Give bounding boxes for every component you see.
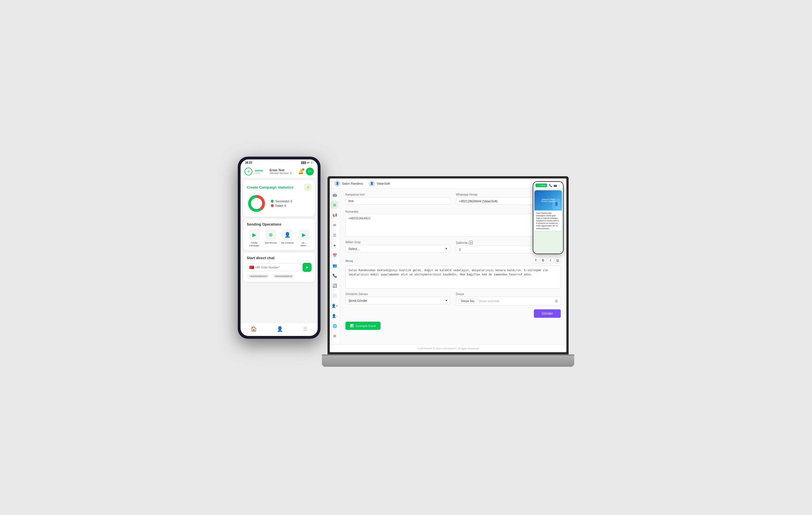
- nav-menu[interactable]: ☰: [303, 326, 308, 332]
- sidebar-icon-refresh[interactable]: 🔄: [331, 281, 339, 290]
- notification-count: 1: [303, 169, 304, 170]
- dosya-label: Dosya: [456, 293, 561, 296]
- member-number: Member Number: 3: [270, 172, 292, 175]
- sablonlar-label: Şablonlar: [456, 241, 468, 244]
- sidebar-icon-robot[interactable]: 🤖: [331, 191, 339, 199]
- sidebar-icon-grid[interactable]: ⊞: [331, 201, 339, 209]
- online-label: online: [540, 184, 546, 187]
- toolbar-btn-b[interactable]: B: [540, 257, 546, 263]
- toolbar-btn-t[interactable]: T: [533, 257, 539, 263]
- laptop-screen: 👤 Salon Randevu 👤 VatanSoft Turkish: [330, 179, 567, 352]
- sidebar-icon-file[interactable]: 📄: [331, 292, 339, 300]
- sidebar-icon-menu[interactable]: ☰: [331, 231, 339, 239]
- send-message-label: Se...Mess...: [300, 242, 308, 247]
- legend-failed: Failed: 0: [271, 204, 292, 207]
- donut-svg: [247, 193, 266, 213]
- wifi-icon: wifi: [306, 161, 310, 164]
- flag-input-wrap: 🇹🇷 +90: [247, 263, 301, 271]
- battery-icon: 🔋: [310, 161, 313, 164]
- sidebar-icon-person-add[interactable]: 👤+: [331, 302, 339, 310]
- dosya-placeholder: Dosya seçilmedi: [478, 300, 499, 303]
- call-icon[interactable]: 📞: [549, 184, 552, 187]
- preview-back-btn[interactable]: ← online: [535, 184, 547, 187]
- campaign-name-input[interactable]: [345, 197, 450, 205]
- webapp-nav-tabs: 👤 Salon Randevu 👤 VatanSoft: [334, 180, 390, 187]
- sablonlar-add-icon[interactable]: +: [469, 241, 473, 245]
- phone-number-input[interactable]: [261, 266, 298, 269]
- webapp-layout: 🤖 ⊞ 📢 ✉ ☰ ➤ 📅 👥 📞 🔄 📄 👤+: [330, 188, 567, 345]
- sidebar-icon-sphere[interactable]: 🌐: [331, 322, 339, 330]
- iletilen-grup-select[interactable]: Select... ▾: [345, 245, 450, 252]
- user-avatar[interactable]: ET: [306, 168, 314, 175]
- sending-item-create[interactable]: ▶ CreateCampaign: [247, 229, 262, 247]
- sidebar-icon-send[interactable]: ➤: [331, 241, 339, 249]
- toolbar-btn-u[interactable]: U: [555, 257, 561, 263]
- notification-dot: 1: [302, 169, 304, 171]
- status-icons: ▐▐▐ wifi 🔋: [300, 161, 313, 164]
- tab-avatar-vatan: 👤: [369, 180, 375, 187]
- sidebar-icon-speaker[interactable]: 📢: [331, 211, 339, 219]
- mesaj-textarea[interactable]: Salon Randevudan beklediğiniz özellik ge…: [349, 268, 558, 285]
- nav-home[interactable]: 🏠: [251, 326, 257, 332]
- mesaj-wrap: Salon Randevudan beklediğiniz özellik ge…: [345, 266, 561, 289]
- sidebar-icon-person-remove[interactable]: 👤-: [331, 312, 339, 320]
- create-campaign-label: CreateCampaign: [249, 242, 259, 247]
- tab-salon-randevu[interactable]: 👤 Salon Randevu: [334, 180, 363, 187]
- sidebar-icon-phone[interactable]: 📞: [331, 272, 339, 279]
- preview-msg-text: Salon Randevudan beklediğiniz özellik ge…: [536, 212, 559, 230]
- video-icon[interactable]: 📷: [553, 184, 557, 187]
- add-record-icon-wrap: ⊕: [265, 229, 277, 240]
- send-direct-button[interactable]: ➤: [302, 263, 312, 272]
- failed-label: Failed: 0: [276, 204, 286, 207]
- saved-number-1[interactable]: +905553664023: [247, 274, 269, 278]
- gonder-button[interactable]: Gönder: [534, 309, 561, 318]
- sending-item-send[interactable]: ▶ Se...Mess...: [297, 229, 312, 247]
- stats-body: Successful: 0 Failed: 0: [247, 193, 312, 213]
- status-time: 16:21: [245, 161, 252, 164]
- sending-item-contacts[interactable]: 👤 My Contacts: [280, 229, 295, 247]
- dosya-sec-button[interactable]: Dosya Seç: [458, 298, 477, 304]
- sidebar-icon-contacts[interactable]: 👥: [331, 262, 339, 269]
- saved-number-2[interactable]: +905555058010: [272, 274, 294, 278]
- country-code: +90: [255, 266, 260, 269]
- scene: 👤 Salon Randevu 👤 VatanSoft Turkish: [238, 148, 574, 367]
- sidebar-icon-calendar[interactable]: 📅: [331, 251, 339, 259]
- signal-icon: ▐▐▐: [300, 161, 305, 164]
- back-arrow-icon: ←: [537, 184, 539, 187]
- filter-icon[interactable]: ⚡: [304, 184, 312, 191]
- form-group-gonderim: Gönderim Zamanı Şimdi Gönder ▾: [345, 293, 450, 305]
- trash-icon[interactable]: 🗑: [555, 299, 558, 303]
- sidebar-icon-mail[interactable]: ✉: [331, 221, 339, 229]
- my-contacts-label: My Contacts: [281, 242, 294, 244]
- preview-phone: ← online 📞 📷 ⋮ Diamond PaketiÜcretsiz: [533, 181, 563, 254]
- preview-topbar: ← online 📞 📷 ⋮: [533, 182, 563, 188]
- numaralar-textarea[interactable]: +905553664023: [349, 216, 558, 233]
- sidebar-icon-settings[interactable]: ⚙: [331, 332, 339, 340]
- status-bar: 16:21 ▐▐▐ wifi 🔋: [240, 159, 318, 165]
- credit-block: 180565 Credit: [255, 169, 263, 174]
- gonderim-select[interactable]: Şimdi Gönder ▾: [345, 297, 450, 304]
- add-record-icon: ⊕: [269, 232, 273, 238]
- example-excel-button[interactable]: 📊 Example Excel: [345, 322, 380, 330]
- numaralar-label: Numaralar: [345, 210, 358, 213]
- gonderim-chevron-icon: ▾: [445, 299, 447, 302]
- mobile-phone: 16:21 ▐▐▐ wifi 🔋 + 180565 Credit Ers: [238, 157, 320, 339]
- laptop: 👤 Salon Randevu 👤 VatanSoft Turkish: [322, 176, 574, 367]
- nav-user[interactable]: 👤: [277, 326, 283, 332]
- send-message-icon: ▶: [302, 232, 306, 238]
- toolbar-btn-i[interactable]: I: [547, 257, 553, 263]
- tab-vatansoft[interactable]: 👤 VatanSoft: [369, 180, 390, 187]
- direct-chat-section: Start direct chat 🇹🇷 +90 ➤ +905553664023…: [243, 252, 315, 282]
- add-button[interactable]: +: [244, 168, 252, 175]
- excel-icon: 📊: [350, 324, 354, 328]
- preview-banner: Diamond PaketiÜcretsiz Teparsel 👤: [534, 190, 562, 210]
- webapp-footer: COPYRIGHT © 2023 VATANSOFT, All rights R…: [330, 345, 567, 352]
- dot-red: [271, 204, 274, 207]
- form-group-mesaj: Mesaj T B I U Salon Randevudan: [345, 257, 561, 289]
- more-icon[interactable]: ⋮: [558, 184, 561, 187]
- sending-item-add[interactable]: ⊕ Add Record: [263, 229, 278, 247]
- tab-label-vatan: VatanSoft: [377, 182, 390, 185]
- my-contacts-icon: 👤: [284, 232, 290, 238]
- notification-bell[interactable]: 🔔 1: [298, 169, 304, 174]
- header-center: Ersin Test Member Number: 3: [270, 169, 292, 175]
